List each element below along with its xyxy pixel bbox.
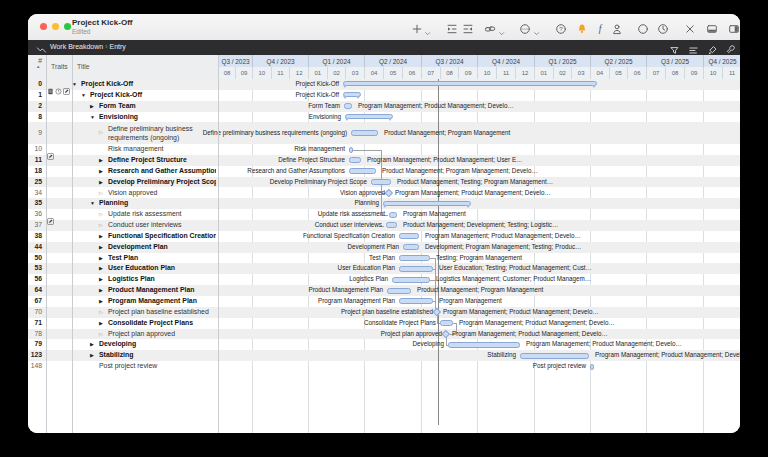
column-divider[interactable]: [72, 55, 73, 433]
disclosure-triangle[interactable]: ▶: [99, 155, 103, 166]
timeline-month[interactable]: 04: [590, 67, 609, 79]
task-title[interactable]: Test Plan: [108, 253, 216, 264]
task-title[interactable]: Planning: [99, 198, 216, 209]
disclosure-triangle[interactable]: ▶: [99, 318, 103, 329]
timeline-month[interactable]: 03: [571, 67, 590, 79]
task-title[interactable]: Product Management Plan: [108, 285, 216, 296]
styles-icon[interactable]: f: [594, 21, 606, 33]
disclosure-triangle[interactable]: ▶: [99, 166, 103, 177]
timeline-month[interactable]: 07: [421, 67, 440, 79]
gantt-bar[interactable]: [349, 157, 361, 163]
link-icon[interactable]: [484, 21, 496, 33]
task-title[interactable]: Consolidate Project Plans: [108, 318, 216, 329]
wrench-icon[interactable]: [725, 42, 736, 53]
close-window-button[interactable]: [40, 23, 47, 30]
timeline-month[interactable]: 10: [703, 67, 722, 79]
disclosure-triangle[interactable]: ▷: [99, 122, 103, 144]
disclosure-triangle[interactable]: ▷: [99, 188, 103, 199]
disclosure-triangle[interactable]: ▶: [99, 231, 103, 242]
column-header-title[interactable]: Title: [77, 55, 90, 79]
task-title[interactable]: Project plan approved: [108, 329, 216, 340]
breadcrumb[interactable]: Work Breakdown›Entry: [50, 43, 126, 50]
timeline-quarter[interactable]: Q4 / 2025: [703, 55, 740, 67]
timeline-month[interactable]: 09: [235, 67, 252, 79]
breadcrumb-view[interactable]: Work Breakdown: [50, 43, 103, 50]
gantt-bar[interactable]: [399, 266, 433, 272]
ellipsis-circle-icon[interactable]: [519, 21, 531, 33]
timeline-month[interactable]: 08: [218, 67, 235, 79]
help-circle-icon[interactable]: ?: [555, 21, 567, 33]
disclosure-triangle[interactable]: ▶: [90, 339, 94, 350]
task-title[interactable]: Define preliminary business requirements…: [108, 122, 216, 142]
task-title[interactable]: Stabilizing: [99, 350, 216, 361]
disclosure-triangle[interactable]: ▷: [99, 307, 103, 318]
disclosure-triangle[interactable]: ▷: [99, 209, 103, 220]
gantt-bar[interactable]: [590, 364, 594, 370]
panel-right-icon[interactable]: [728, 21, 740, 33]
timeline-month[interactable]: 11: [722, 67, 740, 79]
sync-circle-icon[interactable]: [637, 21, 649, 33]
gantt-bar[interactable]: [399, 233, 419, 239]
brush-icon[interactable]: [707, 42, 718, 53]
gantt-group-bar[interactable]: [345, 114, 393, 119]
task-title[interactable]: Update risk assessment: [108, 209, 216, 220]
gantt-group-bar[interactable]: [383, 201, 471, 206]
disclosure-triangle[interactable]: ▶: [99, 177, 103, 188]
gantt-bar[interactable]: [371, 179, 391, 185]
timeline-month[interactable]: 02: [553, 67, 572, 79]
timeline-month[interactable]: 12: [515, 67, 534, 79]
timeline-quarter[interactable]: Q2 / 2025: [590, 55, 646, 67]
indent-icon[interactable]: [446, 21, 458, 33]
task-title[interactable]: Form Team: [99, 101, 216, 112]
disclosure-triangle[interactable]: ▶: [99, 274, 103, 285]
task-title[interactable]: Research and Gather Assumptions: [108, 166, 216, 177]
task-title[interactable]: Development Plan: [108, 242, 216, 253]
timeline-month[interactable]: 09: [458, 67, 477, 79]
clock-circle-icon[interactable]: [657, 21, 669, 33]
zoom-window-button[interactable]: [64, 23, 71, 30]
timeline-month[interactable]: 08: [665, 67, 684, 79]
task-title[interactable]: Vision approved: [108, 188, 216, 199]
gantt-bar[interactable]: [389, 212, 397, 218]
align-lines-icon[interactable]: [688, 42, 699, 53]
person-icon[interactable]: [611, 21, 623, 33]
column-divider[interactable]: [46, 55, 47, 433]
task-title[interactable]: Project plan baseline established: [108, 307, 216, 318]
timeline-month[interactable]: 10: [252, 67, 271, 79]
filter-icon[interactable]: [669, 42, 680, 53]
gantt-bar[interactable]: [387, 288, 411, 294]
timeline-month[interactable]: 10: [477, 67, 496, 79]
disclosure-triangle[interactable]: ▶: [90, 350, 94, 361]
table-chart-divider[interactable]: [218, 55, 219, 433]
timeline-month[interactable]: 12: [289, 67, 308, 79]
disclosure-triangle[interactable]: ▶: [99, 253, 103, 264]
gantt-bar[interactable]: [386, 222, 397, 228]
timeline-month[interactable]: 07: [646, 67, 665, 79]
disclosure-triangle[interactable]: ▶: [99, 242, 103, 253]
timeline-month[interactable]: 06: [627, 67, 646, 79]
disclosure-triangle[interactable]: ▶: [99, 296, 103, 307]
timeline-quarter[interactable]: Q4 / 2024: [477, 55, 534, 67]
task-title[interactable]: Post project review: [99, 361, 216, 372]
timeline-month[interactable]: 01: [534, 67, 553, 79]
gantt-bar[interactable]: [349, 168, 376, 174]
disclosure-triangle[interactable]: ▷: [99, 220, 103, 231]
timeline-quarter[interactable]: Q3 / 2024: [421, 55, 477, 67]
timeline-month[interactable]: 11: [271, 67, 290, 79]
gantt-bar[interactable]: [392, 277, 430, 283]
task-title[interactable]: Risk management: [108, 144, 216, 155]
task-title[interactable]: Develop Preliminary Project Scope: [108, 177, 216, 188]
outdent-icon[interactable]: [462, 21, 474, 33]
timeline-month[interactable]: 05: [609, 67, 628, 79]
timeline-month[interactable]: 08: [440, 67, 459, 79]
timeline-quarter[interactable]: Q3 / 2025: [646, 55, 703, 67]
gantt-bar[interactable]: [440, 320, 453, 326]
timeline-quarter[interactable]: Q2 / 2024: [364, 55, 421, 67]
chevron-down-icon[interactable]: [498, 24, 506, 32]
timeline-month[interactable]: 01: [308, 67, 327, 79]
disclosure-triangle[interactable]: ▼: [90, 198, 95, 209]
gantt-bar[interactable]: [351, 130, 378, 136]
cut-x-icon[interactable]: [684, 21, 696, 33]
column-header-traits[interactable]: Traits: [51, 55, 68, 79]
disclosure-triangle[interactable]: ▶: [90, 101, 94, 112]
